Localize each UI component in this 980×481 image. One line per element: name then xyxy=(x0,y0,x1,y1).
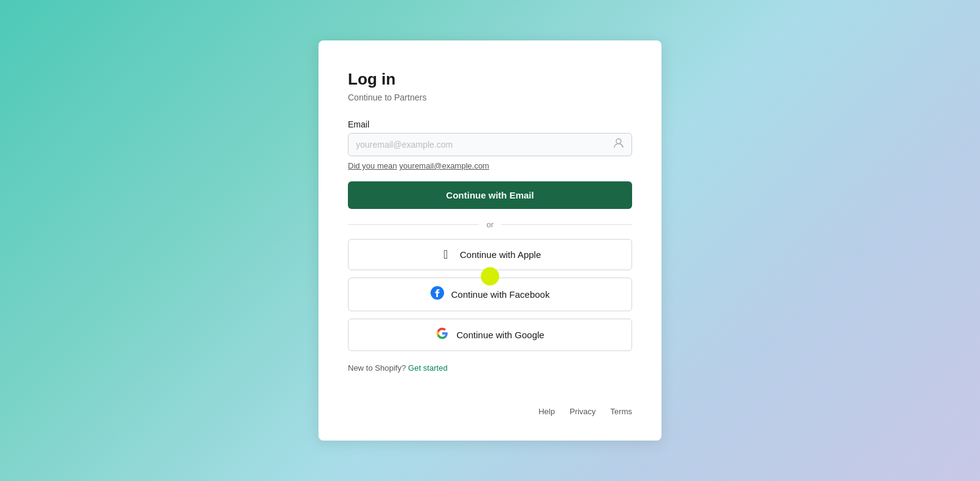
person-icon xyxy=(612,137,625,153)
email-input[interactable] xyxy=(348,133,632,156)
google-icon xyxy=(435,327,449,343)
help-link[interactable]: Help xyxy=(538,407,555,416)
card-footer: Help Privacy Terms xyxy=(348,397,632,416)
new-to-shopify-text: New to Shopify? Get started xyxy=(348,363,632,373)
did-you-mean-text: Did you mean youremail@example.com xyxy=(348,161,632,170)
continue-google-button[interactable]: Continue with Google xyxy=(348,319,632,351)
svg-point-1 xyxy=(621,145,622,146)
terms-link[interactable]: Terms xyxy=(611,407,632,416)
page-subtitle: Continue to Partners xyxy=(348,93,632,102)
apple-icon:  xyxy=(439,248,453,262)
continue-google-label: Continue with Google xyxy=(456,330,544,340)
continue-apple-label: Continue with Apple xyxy=(460,249,541,260)
continue-facebook-button[interactable]: Continue with Facebook xyxy=(348,278,632,311)
did-you-mean-suggestion[interactable]: youremail@example.com xyxy=(399,161,489,170)
page-title: Log in xyxy=(348,70,632,89)
or-divider: or xyxy=(348,220,632,229)
get-started-link[interactable]: Get started xyxy=(408,363,447,373)
email-input-wrapper xyxy=(348,133,632,156)
svg-point-0 xyxy=(616,139,621,144)
continue-apple-button[interactable]:  Continue with Apple xyxy=(348,239,632,270)
login-card: Log in Continue to Partners Email Did yo… xyxy=(318,40,662,441)
facebook-icon xyxy=(431,286,444,303)
privacy-link[interactable]: Privacy xyxy=(570,407,596,416)
email-label: Email xyxy=(348,119,632,129)
continue-email-button[interactable]: Continue with Email xyxy=(348,181,632,209)
continue-facebook-label: Continue with Facebook xyxy=(451,289,550,300)
